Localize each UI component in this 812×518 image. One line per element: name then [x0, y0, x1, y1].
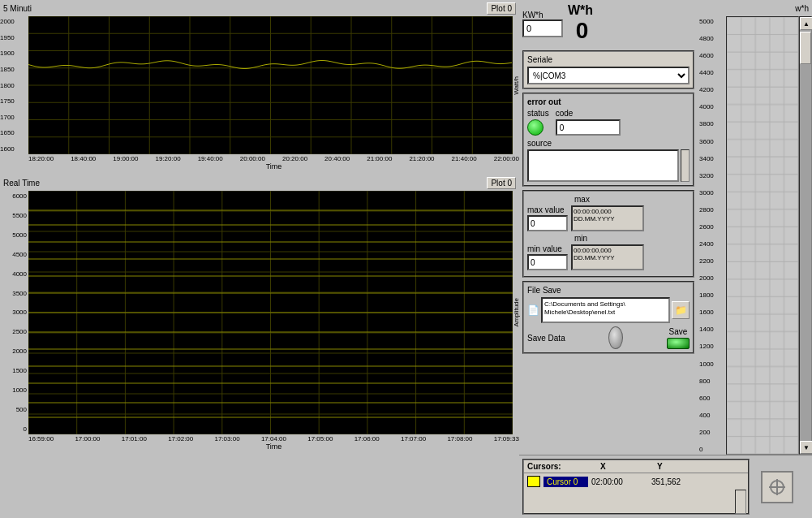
- y-tick: 1800: [0, 82, 28, 89]
- cursor-y-value: 351,562: [651, 477, 681, 486]
- y-tick: 2000: [0, 18, 28, 25]
- top-plot-button[interactable]: Plot 0: [487, 2, 516, 15]
- save-btn-light[interactable]: [667, 338, 690, 349]
- y-tick: 1950: [0, 34, 28, 41]
- status-label: status: [527, 109, 549, 118]
- min-value-col: min value: [527, 244, 568, 270]
- min-header: min: [574, 234, 587, 243]
- top-x-axis: 18:20:00 18:40:00 19:00:00 19:20:00 19:4…: [0, 154, 519, 162]
- cursor-color-box: [527, 476, 540, 487]
- scrollbar-thumb[interactable]: [800, 32, 811, 64]
- code-col: code: [556, 109, 621, 136]
- y-tick: 1750: [0, 97, 28, 105]
- cursor-row: Cursor 0 02:00:00 351,562: [524, 473, 748, 490]
- cursor-section: Cursors: X Y Cursor 0 02:00:00 351,562: [522, 459, 750, 515]
- right-chart-panel: w*h 5000 4800 4600 4400 4200 4000 3800 3…: [698, 0, 812, 455]
- corner-icon: [761, 471, 793, 503]
- max-header: max: [574, 195, 590, 204]
- kwh-input[interactable]: [522, 19, 563, 37]
- bottom-chart-area: [28, 191, 513, 434]
- main-container: 5 Minuti Plot 0 2000 1950 1900 1850 1800…: [0, 0, 812, 518]
- y-tick: 1600: [0, 145, 28, 153]
- y-tick: 2000: [0, 347, 27, 355]
- y-tick: 3500: [0, 290, 27, 297]
- file-icon: 📄: [527, 304, 539, 316]
- controls-panel: KW*h W*h 0 Seriale %|COM3: [519, 0, 698, 455]
- code-label: code: [556, 109, 621, 118]
- right-chart-area: 5000 4800 4600 4400 4200 4000 3800 3600 …: [698, 16, 812, 455]
- bottom-plot-button[interactable]: Plot 0: [487, 177, 516, 189]
- error-title: error out: [527, 97, 690, 106]
- bottom-chart-title: Real Time: [3, 179, 40, 188]
- file-save-title: File Save: [527, 286, 690, 295]
- y-tick: 4500: [0, 251, 27, 258]
- right-chart-canvas: [726, 16, 799, 455]
- cursor-x-value: 02:00:00: [591, 477, 648, 486]
- save-data-label: Save Data: [527, 334, 565, 343]
- source-scrollbar[interactable]: [681, 149, 690, 182]
- y-tick: 4000: [0, 270, 27, 278]
- serial-label: Seriale: [527, 55, 690, 64]
- save-data-row: Save Data Save: [527, 326, 690, 349]
- source-label: source: [527, 139, 690, 148]
- y-tick: 1700: [0, 114, 28, 121]
- save-button-group: Save: [667, 327, 690, 349]
- right-panel: KW*h W*h 0 Seriale %|COM3: [519, 0, 812, 518]
- top-chart-container: 5 Minuti Plot 0 2000 1950 1900 1850 1800…: [0, 0, 519, 175]
- bottom-x-label: Time: [0, 442, 519, 451]
- right-chart-header: w*h: [698, 0, 812, 16]
- cursor-list-scrollbar[interactable]: [735, 490, 746, 514]
- min-time-col: 00:00:00,000 DD.MM.YYYY: [571, 244, 644, 270]
- max-time-display: 00:00:00,000 DD.MM.YYYY: [571, 205, 644, 231]
- bottom-panel: Cursors: X Y Cursor 0 02:00:00 351,562: [519, 455, 812, 518]
- top-x-label: Time: [0, 162, 519, 171]
- max-time-col: 00:00:00,000 DD.MM.YYYY: [571, 205, 644, 231]
- cursors-title: Cursors:: [527, 462, 592, 471]
- min-row: min value 00:00:00,000 DD.MM.YYYY: [527, 244, 690, 270]
- y-tick: 500: [0, 406, 27, 413]
- max-value-col: max value: [527, 205, 568, 231]
- serial-select[interactable]: %|COM3: [527, 67, 690, 84]
- file-browse-button[interactable]: 📁: [672, 301, 690, 319]
- kwh-label: KW*h: [522, 11, 543, 19]
- max-min-section: max max value 00:00:00,000 DD.MM.YYYY: [522, 190, 694, 278]
- top-y-axis-label: Watt/h: [513, 76, 520, 95]
- max-value-label: max value: [527, 205, 568, 214]
- cursor-y-header: Y: [657, 462, 706, 471]
- serial-section: Seriale %|COM3: [522, 50, 694, 89]
- right-chart-scrollbar[interactable]: ▲ ▼: [799, 16, 812, 455]
- wh-label: W*h: [568, 3, 593, 18]
- charts-panel: 5 Minuti Plot 0 2000 1950 1900 1850 1800…: [0, 0, 519, 518]
- y-tick: 5000: [0, 231, 27, 239]
- scrollbar-down-button[interactable]: ▼: [800, 441, 812, 454]
- save-data-led: [608, 326, 623, 349]
- file-save-section: File Save 📄 C:\Documents and Settings\Mi…: [522, 281, 694, 354]
- right-y-axis: 5000 4800 4600 4400 4200 4000 3800 3600 …: [698, 16, 726, 455]
- top-chart-area: [28, 16, 513, 154]
- file-path-display: C:\Documents and Settings\Michele\Deskto…: [541, 297, 670, 323]
- y-tick: 1650: [0, 129, 28, 136]
- source-section: source: [527, 139, 690, 182]
- file-path-row: 📄 C:\Documents and Settings\Michele\Desk…: [527, 297, 690, 323]
- code-input[interactable]: [556, 119, 621, 136]
- scrollbar-track[interactable]: [800, 30, 811, 441]
- y-tick: 1000: [0, 386, 27, 394]
- y-tick: 2500: [0, 328, 27, 335]
- source-textarea[interactable]: [527, 149, 679, 182]
- bottom-right-corner: [753, 455, 801, 518]
- top-chart-title: 5 Minuti: [3, 4, 32, 13]
- cursor-header: Cursors: X Y: [524, 460, 748, 473]
- wh-display: 0: [576, 18, 589, 44]
- min-value-input[interactable]: [527, 254, 568, 270]
- error-row: status code: [527, 109, 690, 136]
- max-value-input[interactable]: [527, 215, 568, 231]
- max-row: max value 00:00:00,000 DD.MM.YYYY: [527, 205, 690, 231]
- bottom-x-axis: 16:59:00 17:00:00 17:01:00 17:02:00 17:0…: [0, 434, 519, 442]
- y-tick: 1850: [0, 66, 28, 73]
- cursor-x-header: X: [600, 462, 657, 471]
- y-tick: 1500: [0, 367, 27, 374]
- y-tick: 1900: [0, 50, 28, 57]
- top-chart-header: 5 Minuti Plot 0: [0, 0, 519, 16]
- bottom-y-axis-label: Amplitude: [513, 298, 520, 327]
- scrollbar-up-button[interactable]: ▲: [800, 17, 812, 30]
